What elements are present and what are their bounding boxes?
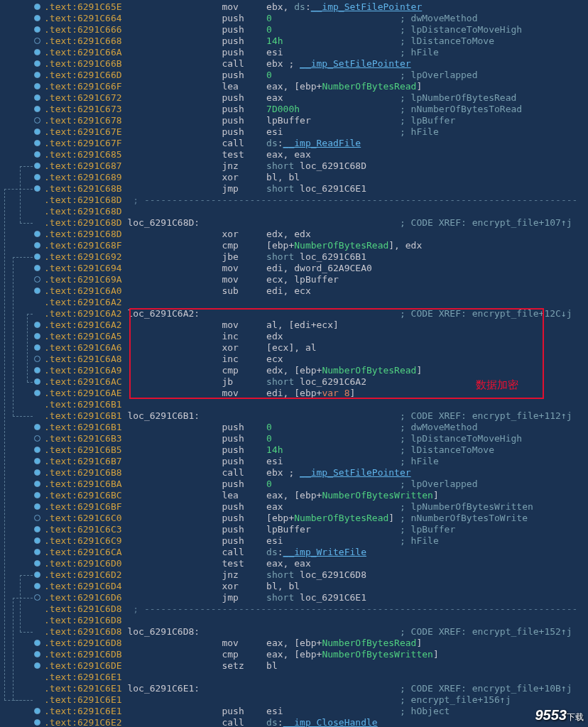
disasm-row[interactable]: .text:6291C694 mov edi, dword_62A9CEA0 <box>44 263 577 274</box>
breakpoint-dot[interactable] <box>34 117 40 124</box>
breakpoint-dot[interactable] <box>34 106 40 112</box>
disasm-row[interactable]: .text:6291C6E1 loc_6291C6E1: ; CODE XREF… <box>44 683 577 694</box>
breakpoint-dot[interactable] <box>34 163 40 169</box>
disasm-row[interactable]: .text:6291C6B5 push 14h ; lDistanceToMov… <box>44 444 577 456</box>
breakpoint-dot[interactable] <box>34 83 40 89</box>
disasm-row[interactable]: .text:6291C68D ; -----------------------… <box>44 195 577 206</box>
disasm-row[interactable]: .text:6291C689 xor bl, bl <box>44 172 577 183</box>
disasm-row[interactable]: .text:6291C6A8 inc ecx <box>44 354 577 365</box>
disasm-row[interactable]: .text:6291C664 push 0 ; dwMoveMethod <box>44 13 577 24</box>
breakpoint-dot[interactable] <box>34 424 40 430</box>
disasm-row[interactable]: .text:6291C6B8 call ebx ; __imp_SetFileP… <box>44 467 577 479</box>
disasm-row[interactable]: .text:6291C6D6 jmp short loc_6291C6E1 <box>44 592 577 603</box>
breakpoint-dot[interactable] <box>34 15 40 21</box>
disasm-row[interactable]: .text:6291C68F cmp [ebp+NumberOfBytesRea… <box>44 240 577 251</box>
disasm-row[interactable]: .text:6291C6D8 ; -----------------------… <box>44 603 577 615</box>
disasm-row[interactable]: .text:6291C67E push esi ; hFile <box>44 126 577 138</box>
disasm-row[interactable]: .text:6291C6D8 <box>44 615 577 626</box>
disasm-row[interactable]: .text:6291C6A2 loc_6291C6A2: ; CODE XREF… <box>44 308 577 319</box>
disasm-row[interactable]: .text:6291C6C3 push lpBuffer ; lpBuffer <box>44 524 577 535</box>
breakpoint-dot[interactable] <box>34 651 40 657</box>
disasm-row[interactable]: .text:6291C666 push 0 ; lpDistanceToMove… <box>44 24 577 35</box>
breakpoint-dot[interactable] <box>34 276 40 283</box>
breakpoint-dot[interactable] <box>34 708 40 714</box>
breakpoint-dot[interactable] <box>34 367 40 373</box>
disasm-row[interactable]: .text:6291C673 push 7D000h ; nNumberOfBy… <box>44 104 577 115</box>
breakpoint-dot[interactable] <box>34 72 40 78</box>
disasm-row[interactable]: .text:6291C685 test eax, eax <box>44 149 577 160</box>
disasm-row[interactable]: .text:6291C6A2 mov al, [edi+ecx] <box>44 319 577 331</box>
breakpoint-dot[interactable] <box>34 640 40 646</box>
disasm-row[interactable]: .text:6291C6A0 sub edi, ecx <box>44 285 577 297</box>
breakpoint-dot[interactable] <box>34 231 40 237</box>
disasm-row[interactable]: .text:6291C6B1 push 0 ; dwMoveMethod <box>44 422 577 433</box>
breakpoint-dot[interactable] <box>34 265 40 271</box>
breakpoint-dot[interactable] <box>34 662 40 669</box>
breakpoint-dot[interactable] <box>34 49 40 55</box>
disasm-row[interactable]: .text:6291C6D2 jnz short loc_6291C6D8 <box>44 569 577 581</box>
disasm-row[interactable]: .text:6291C6BA push 0 ; lpOverlapped <box>44 479 577 490</box>
disasm-row[interactable]: .text:6291C6A9 cmp edx, [ebp+NumberOfByt… <box>44 365 577 376</box>
disasm-row[interactable]: .text:6291C68D xor edx, edx <box>44 229 577 240</box>
disasm-row[interactable]: .text:6291C6E1 push esi ; hObject <box>44 706 577 717</box>
breakpoint-dot[interactable] <box>34 129 40 135</box>
breakpoint-dot[interactable] <box>34 447 40 453</box>
disassembly-listing[interactable]: .text:6291C65E mov ebx, ds:__imp_SetFile… <box>44 1 577 727</box>
disasm-row[interactable]: .text:6291C66A push esi ; hFile <box>44 47 577 58</box>
disasm-row[interactable]: .text:6291C67F call ds:__imp_ReadFile <box>44 138 577 149</box>
breakpoint-dot[interactable] <box>34 378 40 385</box>
breakpoint-dot[interactable] <box>34 26 40 33</box>
breakpoint-dot[interactable] <box>34 537 40 544</box>
disasm-row[interactable]: .text:6291C66F lea eax, [ebp+NumberOfByt… <box>44 81 577 92</box>
disasm-row[interactable]: .text:6291C66D push 0 ; lpOverlapped <box>44 70 577 81</box>
disasm-row[interactable]: .text:6291C68B jmp short loc_6291C6E1 <box>44 183 577 195</box>
disasm-row[interactable]: .text:6291C6C9 push esi ; hFile <box>44 535 577 547</box>
breakpoint-dot[interactable] <box>34 481 40 487</box>
breakpoint-dot[interactable] <box>34 594 40 601</box>
breakpoint-dot[interactable] <box>34 572 40 578</box>
disasm-row[interactable]: .text:6291C6CA call ds:__imp_WriteFile <box>44 547 577 558</box>
breakpoint-dot[interactable] <box>34 719 40 726</box>
breakpoint-dot[interactable] <box>34 242 40 248</box>
disasm-row[interactable]: .text:6291C6D8 mov eax, [ebp+NumberOfByt… <box>44 638 577 649</box>
disasm-row[interactable]: .text:6291C6A6 xor [ecx], al <box>44 342 577 354</box>
breakpoint-dot[interactable] <box>34 515 40 521</box>
breakpoint-dot[interactable] <box>34 390 40 396</box>
breakpoint-dot[interactable] <box>34 4 40 10</box>
disasm-row[interactable]: .text:6291C6BF push eax ; lpNumberOfByte… <box>44 501 577 513</box>
disasm-row[interactable]: .text:6291C6B3 push 0 ; lpDistanceToMove… <box>44 433 577 444</box>
disasm-row[interactable]: .text:6291C6A2 <box>44 297 577 308</box>
breakpoint-dot[interactable] <box>34 469 40 476</box>
disasm-row[interactable]: .text:6291C6B1 loc_6291C6B1: ; CODE XREF… <box>44 410 577 422</box>
breakpoint-dot[interactable] <box>34 344 40 351</box>
breakpoint-dot[interactable] <box>34 60 40 67</box>
disasm-row[interactable]: .text:6291C668 push 14h ; lDistanceToMov… <box>44 35 577 47</box>
breakpoint-dot[interactable] <box>34 503 40 510</box>
disasm-row[interactable]: .text:6291C6D8 loc_6291C6D8: ; CODE XREF… <box>44 626 577 638</box>
breakpoint-dot[interactable] <box>34 140 40 146</box>
breakpoint-dot[interactable] <box>34 526 40 532</box>
disasm-row[interactable]: .text:6291C6E2 call ds:__imp_CloseHandle <box>44 717 577 727</box>
disasm-row[interactable]: .text:6291C6DB cmp eax, [ebp+NumberOfByt… <box>44 649 577 660</box>
breakpoint-dot[interactable] <box>34 253 40 260</box>
disasm-row[interactable]: .text:6291C687 jnz short loc_6291C68D <box>44 160 577 172</box>
breakpoint-dot[interactable] <box>34 435 40 442</box>
disasm-row[interactable]: .text:6291C6BC lea eax, [ebp+NumberOfByt… <box>44 490 577 501</box>
disasm-row[interactable]: .text:6291C68D <box>44 206 577 217</box>
disasm-row[interactable]: .text:6291C66B call ebx ; __imp_SetFileP… <box>44 58 577 70</box>
breakpoint-dot[interactable] <box>34 94 40 101</box>
breakpoint-dot[interactable] <box>34 333 40 339</box>
breakpoint-dot[interactable] <box>34 560 40 567</box>
disasm-row[interactable]: .text:6291C6B1 <box>44 399 577 410</box>
disasm-row[interactable]: .text:6291C6C0 push [ebp+NumberOfBytesRe… <box>44 513 577 524</box>
disasm-row[interactable]: .text:6291C69A mov ecx, lpBuffer <box>44 274 577 285</box>
disasm-row[interactable]: .text:6291C6E1 <box>44 672 577 683</box>
disasm-row[interactable]: .text:6291C692 jbe short loc_6291C6B1 <box>44 251 577 263</box>
breakpoint-dot[interactable] <box>34 492 40 498</box>
disasm-row[interactable]: .text:6291C65E mov ebx, ds:__imp_SetFile… <box>44 1 577 13</box>
disasm-row[interactable]: .text:6291C6D0 test eax, eax <box>44 558 577 569</box>
breakpoint-dot[interactable] <box>34 288 40 294</box>
breakpoint-dot[interactable] <box>34 458 40 464</box>
disasm-row[interactable]: .text:6291C6B7 push esi ; hFile <box>44 456 577 467</box>
disasm-row[interactable]: .text:6291C68D loc_6291C68D: ; CODE XREF… <box>44 217 577 229</box>
